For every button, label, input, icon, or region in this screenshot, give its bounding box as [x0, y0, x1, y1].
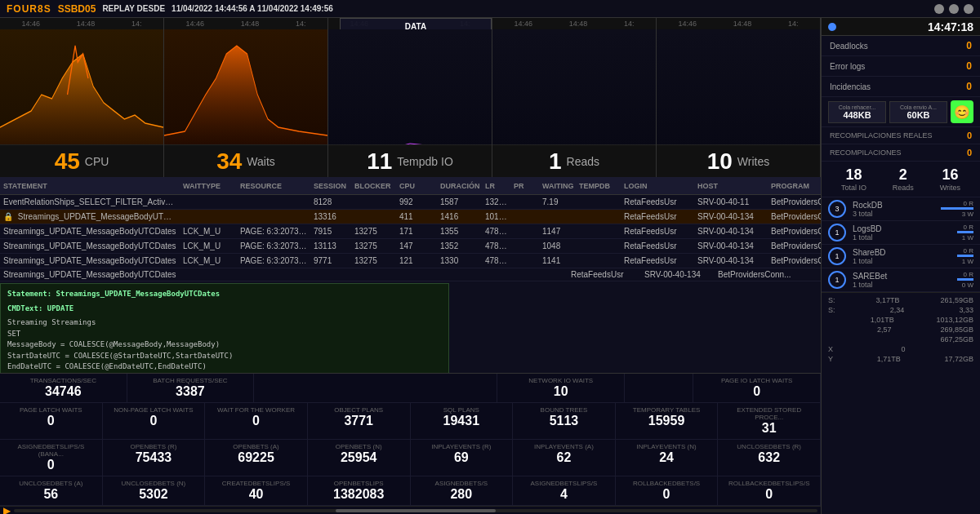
disk-size2: 261,59GB: [940, 296, 973, 304]
table-row[interactable]: EventRelationShips_SELECT_FILTER_Actives…: [0, 195, 821, 210]
td-wt: [180, 215, 237, 219]
disk-item-6: X 0: [828, 345, 973, 353]
cola-envio-box: Cola envio A... 60KB: [889, 101, 947, 123]
table-header: STATEMENT WAITTYPE RESOURCE SESSION BLOC…: [0, 177, 821, 195]
cpu-chart-panel: 14:4614:4814:: [0, 18, 164, 177]
metric-label: Deadlocks: [830, 42, 868, 51]
td-host: SRV-00-40-134: [694, 240, 768, 252]
db-bar-container: 0 R 1 W: [929, 224, 973, 241]
th-resource: RESOURCE: [237, 182, 310, 190]
td-wait: 1048: [539, 240, 576, 252]
td-cpu: 147: [396, 240, 437, 252]
scrollbar-thumb[interactable]: [336, 509, 497, 512]
stat-label: TRANSACTIONS/SEC: [5, 377, 122, 384]
disk-section: S: 3,17TB 261,59GB S: 2,34 3,33 1,01TB 1…: [822, 292, 980, 366]
status-dot: [828, 23, 836, 31]
stat-transactions: TRANSACTIONS/SEC 34746: [0, 374, 127, 402]
td-wt: LCK_M_U: [180, 255, 237, 267]
stat-value: 5302: [108, 487, 200, 502]
td-wt: [180, 268, 237, 281]
db-name: ShareBD: [853, 248, 925, 257]
close-button[interactable]: [964, 4, 973, 14]
cola-row: Cola rehacer... 448KB Cola envio A... 60…: [822, 97, 980, 127]
td-wait: [539, 215, 576, 219]
table-row[interactable]: Streamings_UPDATE_MessageBodyUTCDates LC…: [0, 224, 821, 239]
td-res: PAGE: 6:3:207342: [237, 225, 310, 237]
writes-value: 10: [707, 148, 733, 175]
io-writes-label: Writes: [940, 184, 960, 192]
stmt-popup-row: Streamings_UPDATE_MessageBodyUTCDates Re…: [0, 268, 821, 373]
metric-errorlogs: Error logs 0: [822, 56, 980, 77]
td-res: [237, 201, 310, 204]
stat-unclosed-a: UNCLOSEDBETS (A) 56: [0, 476, 103, 505]
td-cpu: 411: [396, 210, 437, 223]
stat-value: 632: [723, 450, 815, 465]
db-writes-r: 0 R: [964, 247, 973, 255]
popup-line1: MessageBody = COALESCE(@MessageBody,Mess…: [7, 339, 442, 351]
stat-empty1: [254, 374, 497, 402]
stat-openbets-a: OPENBETS (A) 69225: [205, 440, 308, 476]
td-sess: 7915: [310, 225, 351, 237]
disk-size1: 1,71TB: [877, 355, 901, 363]
tempdb-chart-panel: DATA 1.001,44MB/120GB LOG 181,51MB/10GB …: [328, 18, 492, 177]
td-host: SRV-00-40-134: [694, 225, 768, 237]
stat-value: 0: [108, 414, 200, 428]
minimize-button[interactable]: [934, 4, 944, 14]
disk-item-3: 1,01TB 1013,12GB: [828, 316, 973, 324]
table-row[interactable]: Streamings_UPDATE_MessageBodyUTCDates LC…: [0, 254, 821, 268]
db-total: 1 total: [853, 257, 925, 265]
metric-value: 0: [966, 40, 972, 51]
td-cpu: 992: [396, 196, 437, 208]
td-wait: 1141: [539, 255, 576, 267]
stat-label: OPENBETSLIPS: [313, 480, 405, 487]
stat-label: INPLAYEVENTS (A): [518, 443, 610, 450]
th-tempdb: TEMPDB: [576, 182, 621, 190]
reads-unit: Reads: [567, 155, 599, 168]
scrollbar-area: ▶: [0, 506, 821, 514]
cola-rehacer-label: Cola rehacer...: [832, 104, 882, 110]
svg-marker-0: [0, 54, 163, 156]
disk-size2: 1013,12GB: [936, 316, 973, 324]
stat-label: PAGE IO LATCH WAITS: [698, 377, 815, 384]
td-blocker: 13275: [351, 240, 396, 252]
th-statement: STATEMENT: [0, 182, 180, 190]
play-button[interactable]: ▶: [3, 505, 11, 515]
table-row[interactable]: 🔒 Streamings_UPDATE_MessageBodyUTCDates …: [0, 210, 821, 224]
popup-header-stmt: Statement: Streamings_UPDATE_MessageBody…: [7, 289, 442, 300]
io-reads-label: Reads: [893, 184, 914, 192]
stat-value: 75433: [108, 450, 200, 465]
stat-batch: BATCH REQUESTS/SEC 3387: [127, 374, 255, 402]
stat-value: 25954: [313, 450, 405, 465]
td-login: RetaFeedsUsr: [568, 268, 641, 281]
db-bar: [957, 255, 973, 257]
io-summary: 18 Total IO 2 Reads 16 Writes: [822, 162, 980, 197]
emoji-status-button[interactable]: 😊: [951, 100, 973, 123]
td-blocker: 13275: [351, 255, 396, 267]
db-row-logsbd: 1 LogsBD 1 total 0 R 1 W: [822, 221, 980, 245]
stat-label: PAGE LATCH WAITS: [5, 406, 97, 414]
db-writes-w: 1 W: [962, 258, 973, 265]
db-row-sharebd: 1 ShareBD 1 total 0 R 1 W: [822, 245, 980, 268]
td-wait: 7.19: [539, 196, 576, 208]
stat-value: 10: [502, 384, 619, 399]
stat-label: ROLLBACKEDBETS/S: [621, 480, 713, 487]
waits-chart-panel: 14:4614:4814: 34: [164, 18, 328, 177]
td-stmt: Streamings_UPDATE_MessageBodyUTCDates: [0, 255, 180, 267]
io-reads: 2 Reads: [893, 166, 914, 192]
svg-marker-1: [164, 46, 327, 156]
writes-time-axis: 14:4614:4814:: [657, 18, 820, 29]
td-lr: 47840: [482, 225, 510, 237]
bottom-stats: TRANSACTIONS/SEC 34746 BATCH REQUESTS/SE…: [0, 373, 821, 506]
db-bar: [941, 207, 973, 210]
td-sess: 13316: [310, 210, 351, 223]
popup-header-cmd: CMDText: UPDATE: [7, 304, 442, 315]
waits-unit: Waits: [247, 155, 274, 168]
disk-letter: Y: [828, 355, 833, 363]
db-name: LogsBD: [853, 224, 925, 233]
scrollbar-track[interactable]: [14, 509, 817, 512]
maximize-button[interactable]: [949, 4, 959, 14]
td-stmt: 🔒 Streamings_UPDATE_MessageBodyUTCDates: [0, 210, 180, 223]
right-time: 14:47:18: [928, 20, 973, 33]
table-row[interactable]: Streamings_UPDATE_MessageBodyUTCDates LC…: [0, 239, 821, 254]
td-host: SRV-00-40-11: [694, 196, 768, 208]
